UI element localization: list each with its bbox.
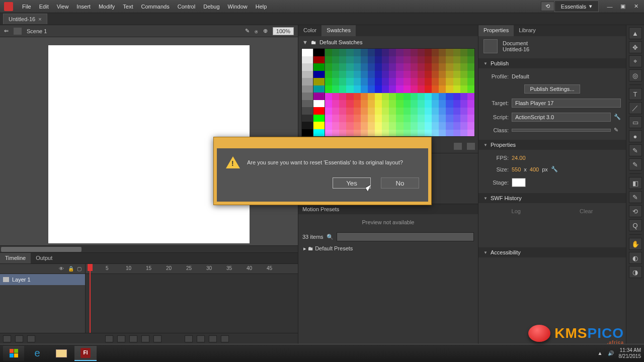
- zoom-field[interactable]: 100%: [273, 27, 294, 35]
- playhead[interactable]: [90, 264, 91, 333]
- section-swf[interactable]: SWF History: [478, 193, 626, 203]
- taskbar-flash[interactable]: Fl: [74, 346, 97, 361]
- section-accessibility[interactable]: Accessibility: [478, 247, 626, 257]
- tool-15[interactable]: ◐: [629, 252, 642, 264]
- publish-settings-button[interactable]: Publish Settings...: [524, 84, 580, 94]
- tab-library[interactable]: Library: [514, 25, 541, 36]
- swatch-header[interactable]: ▼ 🖿 Default Swatches: [298, 36, 478, 48]
- lock-icon[interactable]: 🔒: [68, 266, 74, 272]
- loop-button[interactable]: [221, 335, 229, 342]
- symbol-icon[interactable]: ⍟: [255, 28, 258, 34]
- swatch-grid[interactable]: [301, 48, 475, 137]
- edit-class-icon[interactable]: ✎: [614, 127, 621, 134]
- tool-9[interactable]: ✎: [629, 158, 642, 170]
- taskbar-clock[interactable]: 11:34 AM 8/21/2015: [619, 347, 641, 359]
- motion-title[interactable]: Motion Presets: [298, 204, 478, 214]
- maximize-button[interactable]: ▣: [619, 3, 627, 10]
- menu-modify[interactable]: Modify: [95, 2, 119, 12]
- tool-6[interactable]: ▭: [629, 116, 642, 128]
- size-h[interactable]: 400: [530, 166, 539, 172]
- taskbar-ie[interactable]: e: [26, 346, 48, 361]
- prev-frame-button[interactable]: [117, 335, 125, 342]
- close-tab-icon[interactable]: ×: [38, 16, 41, 22]
- taskbar-explorer[interactable]: [50, 346, 72, 361]
- frames-area[interactable]: 1 5 10 15 20 25 30 35 40 45: [86, 264, 298, 333]
- tool-7[interactable]: ●: [629, 130, 642, 142]
- dialog-titlebar[interactable]: [214, 137, 431, 148]
- fit-icon[interactable]: ⊕: [263, 28, 268, 34]
- tab-properties[interactable]: Properties: [478, 25, 514, 36]
- tab-swatches[interactable]: Swatches: [321, 25, 356, 36]
- sync-icon[interactable]: ⟲: [541, 2, 554, 11]
- menu-debug[interactable]: Debug: [199, 2, 223, 12]
- workspace-switcher[interactable]: Essentials ▾: [554, 1, 599, 12]
- play-button[interactable]: [129, 335, 137, 342]
- document-tab[interactable]: Untitled-16 ×: [3, 14, 47, 24]
- motion-search-input[interactable]: [337, 232, 474, 241]
- section-properties[interactable]: Properties: [478, 140, 626, 150]
- last-frame-button[interactable]: [153, 335, 162, 342]
- fps-value[interactable]: 24.00: [512, 155, 526, 161]
- tray-volume-icon[interactable]: 🔊: [608, 350, 614, 356]
- onion-outline-button[interactable]: [197, 335, 205, 342]
- tool-0[interactable]: ▲: [629, 27, 642, 39]
- minimize-button[interactable]: —: [606, 3, 614, 10]
- onion-skin-button[interactable]: [185, 335, 193, 342]
- tool-13[interactable]: Q: [629, 219, 642, 231]
- edit-multi-button[interactable]: [209, 335, 217, 342]
- tool-5[interactable]: ／: [629, 102, 642, 114]
- menu-insert[interactable]: Insert: [72, 2, 95, 12]
- outline-icon[interactable]: ▢: [77, 266, 83, 272]
- tray-up-icon[interactable]: ▲: [598, 350, 603, 356]
- tool-11[interactable]: ✎: [629, 191, 642, 203]
- size-w[interactable]: 550: [512, 166, 521, 172]
- menu-text[interactable]: Text: [119, 2, 137, 12]
- wrench-icon[interactable]: 🔧: [614, 114, 621, 121]
- class-field[interactable]: [512, 129, 611, 132]
- close-button[interactable]: ✕: [632, 3, 640, 10]
- back-icon[interactable]: ⇐: [4, 28, 9, 34]
- tab-color[interactable]: Color: [298, 25, 321, 36]
- target-select[interactable]: Flash Player 17: [512, 99, 621, 108]
- delete-swatch-button[interactable]: [467, 143, 475, 150]
- menu-control[interactable]: Control: [174, 2, 199, 12]
- tool-4[interactable]: T: [629, 88, 642, 100]
- tool-10[interactable]: ◧: [629, 177, 642, 189]
- script-select[interactable]: ActionScript 3.0: [512, 113, 611, 122]
- tool-8[interactable]: ✎: [629, 144, 642, 156]
- no-button[interactable]: No: [381, 177, 419, 189]
- edit-scene-icon[interactable]: ✎: [245, 28, 250, 34]
- layer-row[interactable]: Layer 1: [0, 274, 85, 285]
- tool-2[interactable]: ⌖: [629, 55, 642, 67]
- tool-14[interactable]: ✋: [629, 238, 642, 250]
- tool-12[interactable]: ⟲: [629, 205, 642, 217]
- delete-layer-button[interactable]: [27, 335, 35, 342]
- tool-3[interactable]: ◎: [629, 69, 642, 81]
- tool-16[interactable]: ◑: [629, 266, 642, 278]
- yes-button[interactable]: Yes: [333, 177, 371, 189]
- tab-timeline[interactable]: Timeline: [0, 253, 31, 263]
- menu-window[interactable]: Window: [224, 2, 252, 12]
- eye-icon[interactable]: 👁: [59, 266, 65, 272]
- section-publish[interactable]: Publish: [478, 58, 626, 68]
- new-swatch-button[interactable]: [454, 143, 462, 150]
- new-layer-button[interactable]: [3, 335, 11, 342]
- menu-help[interactable]: Help: [252, 2, 271, 12]
- wrench-icon[interactable]: 🔧: [551, 166, 558, 173]
- tool-1[interactable]: ✥: [629, 41, 642, 53]
- scene-name[interactable]: Scene 1: [27, 28, 47, 34]
- tab-output[interactable]: Output: [31, 253, 57, 263]
- next-frame-button[interactable]: [141, 335, 149, 342]
- h-scrollbar[interactable]: [0, 245, 298, 252]
- motion-folder[interactable]: Default Presets: [315, 245, 353, 251]
- frame-ruler[interactable]: 1 5 10 15 20 25 30 35 40 45: [86, 264, 298, 274]
- first-frame-button[interactable]: [105, 335, 113, 342]
- new-folder-button[interactable]: [15, 335, 23, 342]
- menu-view[interactable]: View: [53, 2, 73, 12]
- menu-edit[interactable]: Edit: [35, 2, 53, 12]
- menu-file[interactable]: File: [18, 2, 35, 12]
- stage-color-chip[interactable]: [512, 178, 526, 187]
- start-button[interactable]: [3, 346, 24, 361]
- expand-icon[interactable]: ▸: [303, 245, 306, 251]
- menu-commands[interactable]: Commands: [137, 2, 173, 12]
